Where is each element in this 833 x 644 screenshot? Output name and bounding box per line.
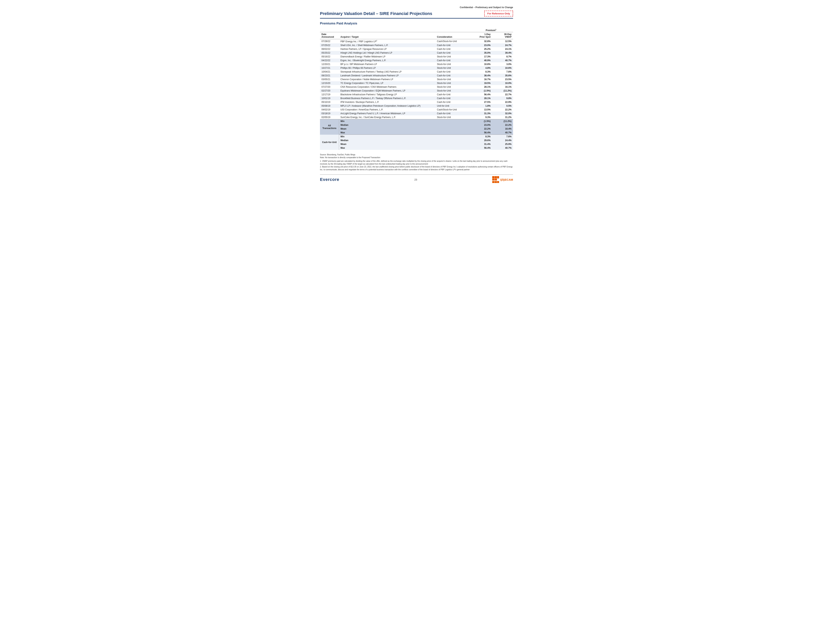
cell-date: 12/17/19 [320,93,339,97]
table-row: 10/04/21 Stonepeak Infrastructure Partne… [320,70,513,74]
table-row: 10/27/21 Phillips 66 / Phillips 66 Partn… [320,66,513,70]
cell-consideration: Stock-for-Unit [436,81,469,85]
cell-one-day: 27.5% [469,100,492,104]
cell-consideration: Stock-for-Unit [436,89,469,93]
cell-thirty-day: 0.5% [492,104,513,108]
cell-thirty-day: 40.7% [492,58,513,62]
cell-one-day: 56.4% [469,93,492,97]
cell-acquiror-target: Shell USA, Inc. / Shell Midstream Partne… [339,43,436,47]
sisecam-logo: ŞİŞECAM [492,176,513,183]
premium-header-row: Premium1 [320,28,513,32]
summary-consideration [436,119,469,123]
cell-consideration: Cash-for-Unit [436,58,469,62]
cfu-consideration [436,138,469,142]
table-row: 06/02/22 Hartree Partners, LP / Sprague … [320,47,513,51]
cfu-stat: Mean [339,142,436,146]
cell-consideration: Cash-for-Unit [436,47,469,51]
summary-one-day: (1.5%) [469,119,492,123]
cell-thirty-day: 22.9% [492,100,513,104]
summary-consideration [436,131,469,135]
cfu-consideration [436,135,469,138]
svg-rect-0 [492,176,495,179]
summary-row: Mean 22.2% 18.4% [320,127,513,131]
footnote-1: 1. VWAP premiums paid are calculated by … [320,160,513,165]
cell-date: 10/04/21 [320,70,339,74]
table-row: 03/05/21 Chevron Corporation / Noble Mid… [320,77,513,81]
cell-date: 06/02/22 [320,47,339,51]
cell-one-day: 17.3% [469,55,492,58]
svg-rect-7 [497,181,499,183]
evercore-logo: Evercore [320,177,339,182]
cell-consideration: Cash-for-Unit [436,100,469,104]
cell-acquiror-target: Landmark Dividend / Landmark Infrastruct… [339,74,436,77]
cfu-thirty-day: 25.9% [492,142,513,146]
svg-rect-5 [492,181,495,183]
svg-rect-1 [495,176,497,179]
cell-one-day: (1.5%) [469,89,492,93]
sisecam-icon [492,176,499,183]
cell-date: 05/16/22 [320,55,339,58]
cell-one-day: 31.3% [469,111,492,115]
cell-thirty-day: 31.2% [492,115,513,119]
cell-thirty-day: 35.6% [492,74,513,77]
cfu-thirty-day: 40.7% [492,146,513,150]
cfu-one-day: 8.3% [469,135,492,138]
cell-thirty-day: 3.0% [492,62,513,66]
cell-date: 03/05/21 [320,77,339,81]
cell-date: 08/23/21 [320,74,339,77]
cell-one-day: 10.8% [469,62,492,66]
cell-thirty-day: 22.7% [492,93,513,97]
cell-thirty-day: 32.0% [492,111,513,115]
table-row: 03/18/19 ArcLight Energy Partners Fund V… [320,111,513,115]
cell-acquiror-target: Stonepeak Infrastructure Partners / Teek… [339,70,436,74]
cell-one-day: 40.9% [469,58,492,62]
cell-acquiror-target: BP p.l.c / BP Midstream Partners LP [339,62,436,66]
cell-consideration: Cash-for-Unit [436,93,469,97]
cfu-thirty-day: 24.4% [492,138,513,142]
cell-acquiror-target: IFM Investors / Buckeye Partners, L.P. [339,100,436,104]
svg-rect-4 [495,179,497,180]
cell-thirty-day: 39.4% [492,51,513,55]
cell-date: 03/18/19 [320,111,339,115]
col-thirty-day: 30-Day VWAP [492,32,513,39]
cell-acquiror-target: UGI Corporation / AmeriGas Partners, L.P… [339,108,436,111]
cell-date: 05/25/22 [320,51,339,55]
cell-acquiror-target: TC Energy Corporation / TC PipeLines, LP [339,81,436,85]
table-row: 04/22/22 Ergon, Inc. / Blueknight Energy… [320,58,513,62]
cell-one-day: 16.7% [469,77,492,81]
table-row: 02/05/19 SunCoke Energy, Inc. / SunCoke … [320,115,513,119]
summary-row: Median 23.0% 22.2% [320,123,513,127]
table-row: 08/23/21 Landmark Dividend / Landmark In… [320,74,513,77]
confidential-text: Confidential – Preliminary and Subject t… [460,6,513,9]
cell-date: 05/10/19 [320,100,339,104]
summary-thirty-day: (11.2%) [492,119,513,123]
cell-acquiror-target: Höegh LNG Holdings Ltd / Höegh LNG Partn… [339,51,436,55]
cell-thirty-day: 10.6% [492,66,513,70]
cell-one-day: 23.0% [469,43,492,47]
note-line: Note: No transaction is directly compara… [320,156,513,159]
cell-acquiror-target: Chevron Corporation / Noble Midstream Pa… [339,77,436,81]
summary-cash-for-unit-label: Cash-for-Unit [320,135,339,150]
cell-date: 04/22/22 [320,58,339,62]
cell-one-day: 9.3% [469,115,492,119]
cell-thirty-day: 24.1% [492,47,513,51]
header-row: Preliminary Valuation Detail – SIRE Fina… [320,11,513,19]
cell-thirty-day: 24.7% [492,43,513,47]
cell-date: 12/20/21 [320,62,339,66]
cell-acquiror-target: Phillips 66 / Phillips 66 Partners LP [339,66,436,70]
summary-row-cfu: Median 29.6% 24.4% [320,138,513,142]
cell-thirty-day: 9.8% [492,97,513,100]
cell-one-day: 4.8% [469,66,492,70]
summary-row: Max 56.4% 40.7% [320,131,513,135]
cell-one-day: 1.8% [469,104,492,108]
page-title: Preliminary Valuation Detail – SIRE Fina… [320,11,432,16]
summary-thirty-day: 22.2% [492,123,513,127]
cell-date: 07/28/22 [320,39,339,43]
table-row: 07/28/22 PBF Energy Inc. / PBF Logistics… [320,39,513,43]
cfu-consideration [436,146,469,150]
table-row: 12/15/20 TC Energy Corporation / TC Pipe… [320,81,513,85]
cell-consideration: Cash-for-Unit [436,43,469,47]
cell-date: 12/15/20 [320,81,339,85]
cell-acquiror-target: PBF Energy Inc. / PBF Logistics LP2 [339,39,436,43]
table-row: 12/20/21 BP p.l.c / BP Midstream Partner… [320,62,513,66]
